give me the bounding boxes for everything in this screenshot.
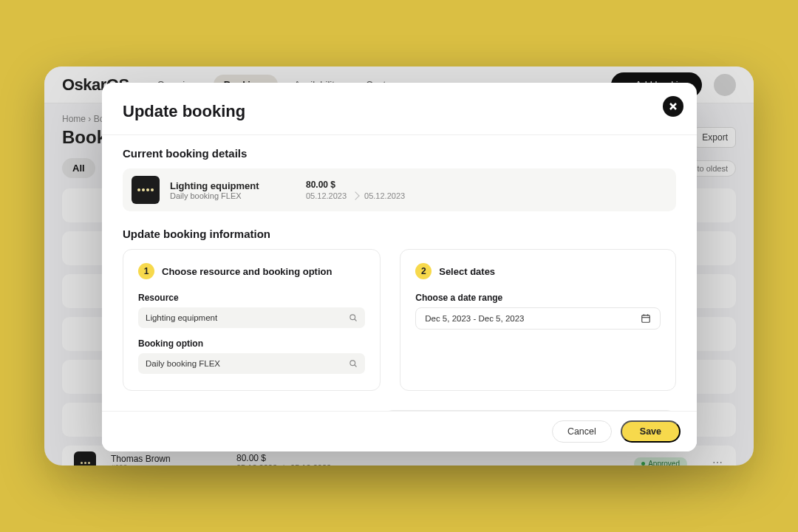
booking-option-value: Daily booking FLEX bbox=[146, 359, 349, 368]
cancel-button[interactable]: Cancel bbox=[552, 420, 612, 443]
search-icon bbox=[349, 359, 358, 368]
resource-thumbnail bbox=[132, 176, 160, 204]
section-current-title: Current booking details bbox=[123, 147, 676, 160]
modal-title: Update booking bbox=[123, 102, 676, 121]
svg-line-3 bbox=[355, 365, 357, 367]
booking-option-label: Booking option bbox=[138, 338, 365, 349]
detail-option: Daily booking FLEX bbox=[170, 191, 296, 200]
modal-footer: Cancel Save bbox=[102, 411, 697, 451]
booking-option-select[interactable]: Daily booking FLEX bbox=[138, 353, 365, 374]
save-button[interactable]: Save bbox=[621, 420, 681, 443]
detail-price: 80.00 $ bbox=[306, 180, 405, 190]
step-1-panel: 1 Choose resource and booking option Res… bbox=[123, 249, 381, 391]
step-2-title: Select dates bbox=[439, 266, 495, 277]
chevron-right-icon bbox=[351, 191, 359, 200]
svg-point-0 bbox=[350, 315, 355, 320]
update-booking-modal: Update booking Current booking details L… bbox=[102, 83, 697, 451]
step-2-panel: 2 Select dates Choose a date range Dec 5… bbox=[400, 249, 676, 391]
detail-date-from: 05.12.2023 bbox=[306, 191, 347, 200]
resource-label: Resource bbox=[138, 293, 365, 303]
section-update-title: Update booking information bbox=[123, 228, 676, 240]
date-range-label: Choose a date range bbox=[415, 293, 661, 303]
date-range-input[interactable]: Dec 5, 2023 - Dec 5, 2023 bbox=[415, 307, 661, 330]
detail-resource-name: Lighting equipment bbox=[170, 180, 296, 191]
svg-rect-4 bbox=[642, 316, 650, 323]
svg-point-2 bbox=[350, 361, 355, 366]
detail-date-to: 05.12.2023 bbox=[364, 191, 405, 200]
close-icon bbox=[669, 102, 678, 111]
resource-select[interactable]: Lighting equipment bbox=[138, 307, 365, 328]
search-icon bbox=[349, 313, 358, 322]
step-1-badge: 1 bbox=[138, 263, 154, 279]
step-2-badge: 2 bbox=[415, 263, 432, 279]
calendar-icon bbox=[641, 313, 651, 324]
svg-line-1 bbox=[355, 319, 357, 321]
date-range-value: Dec 5, 2023 - Dec 5, 2023 bbox=[425, 314, 633, 323]
close-button[interactable] bbox=[663, 96, 683, 117]
step-1-title: Choose resource and booking option bbox=[162, 266, 332, 277]
current-booking-card: Lighting equipment Daily booking FLEX 80… bbox=[123, 168, 676, 211]
resource-select-value: Lighting equipment bbox=[146, 313, 349, 322]
